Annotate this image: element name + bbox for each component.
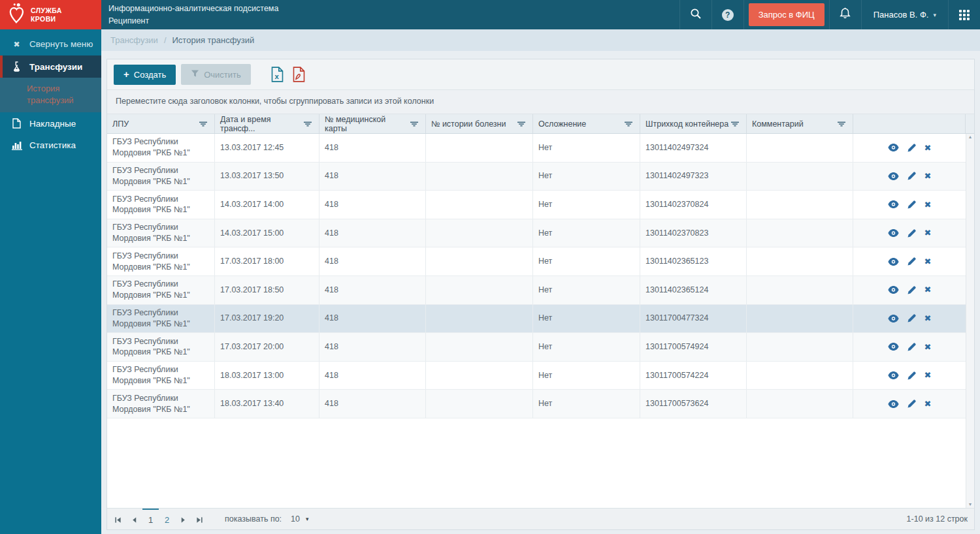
search-button[interactable] — [679, 0, 711, 29]
delete-icon[interactable]: ✖ — [924, 199, 932, 211]
apps-menu-button[interactable] — [948, 0, 980, 29]
view-icon[interactable] — [888, 229, 899, 237]
table-row[interactable]: ГБУЗ Республики Мордовия "РКБ №1"18.03.2… — [107, 390, 966, 418]
cell-comment — [747, 362, 853, 390]
edit-icon[interactable] — [907, 286, 916, 294]
edit-icon[interactable] — [907, 257, 916, 266]
table-row[interactable]: ГБУЗ Республики Мордовия "РКБ №1"18.03.2… — [107, 362, 966, 390]
delete-icon[interactable]: ✖ — [924, 313, 932, 324]
filter-icon[interactable] — [515, 119, 527, 129]
filter-icon[interactable] — [197, 119, 209, 129]
table-row[interactable]: ГБУЗ Республики Мордовия "РКБ №1"17.03.2… — [107, 333, 966, 362]
vertical-scrollbar[interactable]: ▴ ▾ — [966, 134, 974, 508]
delete-icon[interactable]: ✖ — [924, 369, 932, 381]
cell-complication: Нет — [533, 362, 640, 390]
view-icon[interactable] — [888, 258, 899, 266]
column-header[interactable]: № истории болезни — [426, 114, 533, 133]
group-drop-zone[interactable]: Переместите сюда заголовок колонки, чтоб… — [107, 90, 974, 114]
cell-card: 418 — [319, 333, 426, 361]
last-page-button[interactable] — [191, 509, 208, 529]
topbar-actions: ? Запрос в ФИЦ Панасов В. Ф. ▾ — [679, 0, 980, 29]
page-number-2[interactable]: 2 — [159, 509, 175, 529]
filter-icon[interactable] — [623, 119, 634, 129]
notifications-button[interactable] — [829, 0, 861, 29]
edit-icon[interactable] — [907, 343, 916, 351]
sidebar-item-label: Статистика — [29, 140, 76, 150]
column-header[interactable]: Осложнение — [533, 114, 640, 133]
view-icon[interactable] — [888, 286, 899, 294]
table-row[interactable]: ГБУЗ Республики Мордовия "РКБ №1"17.03.2… — [107, 305, 966, 334]
view-icon[interactable] — [888, 200, 899, 208]
column-header[interactable]: Дата и время трансф... — [215, 114, 319, 133]
edit-icon[interactable] — [907, 200, 916, 209]
table-row[interactable]: ГБУЗ Республики Мордовия "РКБ №1"17.03.2… — [107, 247, 966, 276]
view-icon[interactable] — [888, 371, 899, 379]
create-button[interactable]: + Создать — [114, 65, 176, 85]
sidebar-item-invoices[interactable]: Накладные — [0, 112, 101, 134]
column-header[interactable]: Штрихкод контейнера — [640, 114, 747, 133]
sidebar-item-label: Трансфузии — [29, 62, 82, 72]
scroll-up-icon[interactable]: ▴ — [969, 134, 972, 140]
clear-filter-button[interactable]: Очистить — [181, 64, 251, 85]
sidebar-subitem-transfusion-history[interactable]: История трансфузий — [0, 78, 101, 112]
row-actions: ✖ — [853, 362, 966, 390]
cell-history — [426, 247, 533, 275]
first-page-button[interactable] — [110, 509, 126, 529]
next-page-button[interactable] — [175, 509, 191, 529]
view-icon[interactable] — [888, 172, 899, 180]
scroll-down-icon[interactable]: ▾ — [969, 502, 972, 507]
column-header[interactable]: № медицинской карты — [319, 114, 426, 133]
view-icon[interactable] — [888, 144, 899, 151]
cell-card: 418 — [319, 134, 426, 162]
chevron-down-icon: ▾ — [306, 516, 309, 522]
excel-export-icon[interactable]: x — [270, 67, 284, 82]
page-size-dropdown[interactable]: 10 ▾ — [291, 514, 308, 524]
view-icon[interactable] — [888, 400, 899, 408]
table-row[interactable]: ГБУЗ Республики Мордовия "РКБ №1"13.03.2… — [107, 163, 966, 191]
edit-icon[interactable] — [907, 400, 916, 408]
edit-icon[interactable] — [907, 144, 916, 152]
cell-history — [426, 276, 533, 304]
table-row[interactable]: ГБУЗ Республики Мордовия "РКБ №1"14.03.2… — [107, 191, 966, 219]
column-header-label: Штрихкод контейнера — [645, 119, 728, 129]
breadcrumb-parent[interactable]: Трансфузии — [110, 35, 158, 45]
column-header[interactable]: Комментарий — [747, 114, 853, 133]
edit-icon[interactable] — [907, 172, 916, 180]
page-number-1[interactable]: 1 — [142, 509, 159, 529]
delete-icon[interactable]: ✖ — [924, 341, 932, 353]
table-row[interactable]: ГБУЗ Республики Мордовия "РКБ №1"14.03.2… — [107, 219, 966, 248]
sidebar-item-statistics[interactable]: Статистика — [0, 134, 101, 156]
edit-icon[interactable] — [907, 314, 916, 322]
delete-icon[interactable]: ✖ — [924, 142, 932, 154]
collapse-menu-button[interactable]: ✖ Свернуть меню — [0, 33, 101, 55]
app-logo[interactable]: СЛУЖБАКРОВИ — [0, 0, 101, 29]
help-button[interactable]: ? — [711, 0, 743, 29]
delete-icon[interactable]: ✖ — [924, 170, 932, 182]
prev-page-button[interactable] — [126, 509, 142, 529]
table-row[interactable]: ГБУЗ Республики Мордовия "РКБ №1"17.03.2… — [107, 276, 966, 305]
edit-icon[interactable] — [907, 229, 916, 238]
table-body: ГБУЗ Республики Мордовия "РКБ №1"13.03.2… — [107, 134, 974, 508]
edit-icon[interactable] — [907, 371, 916, 380]
grid-panel: + Создать Очистить x — [106, 59, 975, 530]
delete-icon[interactable]: ✖ — [924, 398, 932, 410]
fic-request-button[interactable]: Запрос в ФИЦ — [749, 3, 825, 26]
delete-icon[interactable]: ✖ — [924, 227, 932, 239]
filter-icon[interactable] — [729, 119, 741, 129]
view-icon[interactable] — [888, 315, 899, 322]
table-row[interactable]: ГБУЗ Республики Мордовия "РКБ №1"13.03.2… — [107, 134, 966, 163]
cell-comment — [747, 305, 853, 333]
column-header[interactable]: ЛПУ — [107, 114, 215, 133]
cell-datetime: 17.03.2017 19:20 — [215, 305, 319, 333]
user-menu[interactable]: Панасов В. Ф. ▾ — [861, 0, 948, 29]
filter-icon[interactable] — [302, 119, 314, 129]
cell-datetime: 17.03.2017 18:00 — [215, 247, 319, 275]
filter-icon[interactable] — [408, 119, 420, 129]
search-icon — [690, 8, 702, 22]
view-icon[interactable] — [888, 343, 899, 351]
delete-icon[interactable]: ✖ — [924, 284, 932, 296]
pdf-export-icon[interactable] — [292, 67, 306, 82]
delete-icon[interactable]: ✖ — [924, 256, 932, 268]
sidebar-item-transfusions[interactable]: Трансфузии — [0, 55, 101, 78]
filter-icon[interactable] — [836, 119, 847, 129]
